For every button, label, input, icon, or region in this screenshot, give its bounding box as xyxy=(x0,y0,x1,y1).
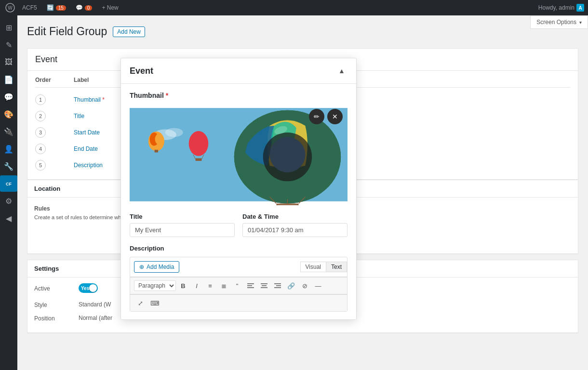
datetime-input[interactable] xyxy=(242,223,347,237)
link-button[interactable]: 🔗 xyxy=(285,280,297,291)
remove-thumbnail-button[interactable]: ✕ xyxy=(327,109,343,124)
field-order-4: 4 xyxy=(35,144,74,154)
event-modal-header: Event ▲ xyxy=(121,58,356,84)
ul-button[interactable]: ≡ xyxy=(204,280,216,291)
toggle-track[interactable]: Yes xyxy=(79,283,98,293)
required-asterisk: * xyxy=(166,92,168,99)
title-datetime-row: Title Date & Time xyxy=(130,213,347,237)
new-content-link[interactable]: + New xyxy=(98,0,122,15)
screen-options-label: Screen Options xyxy=(536,19,576,26)
editor-toolbar-row1: Paragraph B I ≡ ≣ " 🔗 ⊘ — xyxy=(130,277,347,294)
sidebar-item-posts[interactable]: ✎ xyxy=(0,37,17,53)
order-number-5: 5 xyxy=(35,160,46,171)
site-name-link[interactable]: ACF5 xyxy=(18,0,41,15)
toggle-thumb xyxy=(89,284,97,292)
field-order-2: 2 xyxy=(35,111,74,121)
sidebar-item-appearance[interactable]: 🎨 xyxy=(0,106,17,122)
page-title: Edit Field Group xyxy=(27,25,107,39)
thumbnail-field-label: Thumbnail * xyxy=(130,92,347,99)
admin-avatar: A xyxy=(576,4,584,12)
add-new-button[interactable]: Add New xyxy=(113,26,145,37)
howdy-text: Howdy, admin xyxy=(538,4,575,11)
comments-link[interactable]: 💬 0 xyxy=(72,0,96,15)
align-right-button[interactable] xyxy=(271,280,284,291)
field-order-1: 1 xyxy=(35,94,74,105)
event-modal-title: Event xyxy=(130,66,153,76)
more-button[interactable]: — xyxy=(312,280,324,291)
quote-button[interactable]: " xyxy=(231,280,243,291)
datetime-field-label: Date & Time xyxy=(242,213,347,220)
field-order-3: 3 xyxy=(35,127,74,138)
sidebar-item-dashboard[interactable]: ⊞ xyxy=(0,19,17,36)
position-value: Normal (after xyxy=(79,315,112,321)
svg-point-11 xyxy=(189,131,209,156)
order-number-1: 1 xyxy=(35,94,46,105)
comments-icon: 💬 xyxy=(76,4,83,11)
wp-sidebar: ⊞ ✎ 🖼 📄 💬 🎨 🔌 👤 🔧 CF ⚙ ◀ xyxy=(0,15,17,370)
description-label: Description xyxy=(130,245,347,252)
align-center-button[interactable] xyxy=(258,280,270,291)
updates-link[interactable]: 🔄 15 xyxy=(43,0,70,15)
unlink-button[interactable]: ⊘ xyxy=(298,280,311,291)
screen-options-bar: Screen Options ▾ xyxy=(530,15,588,29)
fullscreen-button[interactable]: ⤢ xyxy=(134,297,147,309)
sidebar-item-collapse[interactable]: ◀ xyxy=(0,210,17,226)
order-number-3: 3 xyxy=(35,127,46,138)
order-number-4: 4 xyxy=(35,144,46,154)
active-toggle[interactable]: Yes xyxy=(79,283,98,293)
updates-icon: 🔄 xyxy=(47,4,54,11)
title-input[interactable] xyxy=(130,223,235,237)
sidebar-item-settings[interactable]: ⚙ xyxy=(0,193,17,209)
event-modal-body: Thumbnail * xyxy=(121,84,356,319)
title-field-label: Title xyxy=(130,213,235,220)
paragraph-select[interactable]: Paragraph xyxy=(134,280,176,291)
field-order-5: 5 xyxy=(35,160,74,171)
italic-button[interactable]: I xyxy=(190,280,203,291)
thumbnail-actions: ✏ ✕ xyxy=(309,109,343,124)
wp-logo-icon[interactable]: W xyxy=(4,1,16,14)
svg-point-9 xyxy=(155,134,162,145)
svg-rect-25 xyxy=(278,204,297,205)
sidebar-item-plugins[interactable]: 🔌 xyxy=(0,123,17,140)
style-label: Style xyxy=(34,300,73,308)
sidebar-item-pages[interactable]: 📄 xyxy=(0,71,17,88)
text-tab[interactable]: Text xyxy=(326,262,347,272)
edit-thumbnail-button[interactable]: ✏ xyxy=(309,109,324,124)
ol-button[interactable]: ≣ xyxy=(217,280,230,291)
svg-rect-14 xyxy=(196,158,202,161)
sidebar-item-acf[interactable]: CF xyxy=(0,175,17,192)
page-header: Edit Field Group Add New xyxy=(17,15,588,48)
datetime-field-group: Date & Time xyxy=(242,213,347,237)
svg-point-6 xyxy=(165,128,183,137)
description-editor: ⊕ Add Media Visual Text Paragraph B I ≡ … xyxy=(130,257,347,312)
svg-text:W: W xyxy=(8,5,13,11)
admin-bar: W ACF5 🔄 15 💬 0 + New Howdy, admin A xyxy=(0,0,588,15)
svg-text:CF: CF xyxy=(6,182,12,186)
add-media-icon: ⊕ xyxy=(139,264,144,270)
close-icon: ✕ xyxy=(332,113,338,120)
sidebar-item-comments[interactable]: 💬 xyxy=(0,89,17,105)
event-modal: Event ▲ Thumbnail * xyxy=(120,58,357,320)
bold-button[interactable]: B xyxy=(177,280,189,291)
title-field-group: Title xyxy=(130,213,235,237)
order-number-2: 2 xyxy=(35,111,46,121)
style-value: Standard (W xyxy=(79,301,111,308)
sidebar-item-tools[interactable]: 🔧 xyxy=(0,158,17,174)
sidebar-item-media[interactable]: 🖼 xyxy=(0,54,17,70)
order-col-header: Order xyxy=(35,77,74,83)
admin-bar-right: Howdy, admin A xyxy=(538,4,584,12)
svg-rect-10 xyxy=(155,150,158,153)
position-label: Position xyxy=(34,313,73,322)
add-media-button[interactable]: ⊕ Add Media xyxy=(134,261,179,273)
modal-collapse-button[interactable]: ▲ xyxy=(336,65,347,77)
align-left-button[interactable] xyxy=(244,280,257,291)
editor-toolbar-row2: ⤢ ⌨ xyxy=(130,294,347,311)
pencil-icon: ✏ xyxy=(314,113,320,120)
thumbnail-image-area: ✏ ✕ xyxy=(130,104,347,205)
svg-point-18 xyxy=(270,137,306,172)
visual-tab[interactable]: Visual xyxy=(300,262,326,272)
sidebar-item-users[interactable]: 👤 xyxy=(0,141,17,157)
keyboard-button[interactable]: ⌨ xyxy=(148,297,161,309)
editor-top-bar: ⊕ Add Media Visual Text xyxy=(130,257,347,277)
toggle-yes-label: Yes xyxy=(81,286,89,291)
